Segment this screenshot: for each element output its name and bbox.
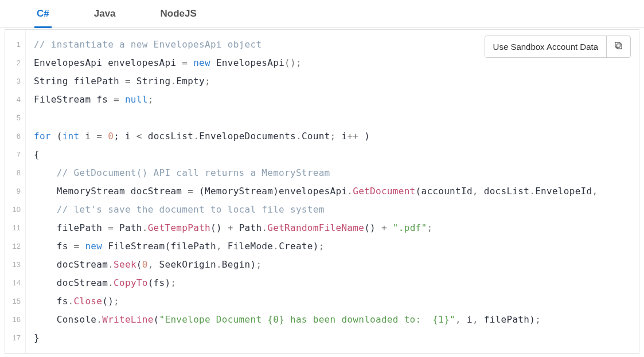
line-number: 7: [5, 146, 21, 164]
use-sandbox-button[interactable]: Use Sandbox Account Data: [485, 36, 606, 57]
code-line: // GetDocument() API call returns a Memo…: [34, 164, 639, 182]
line-number: 5: [5, 109, 21, 127]
code-line: fs = new FileStream(filePath, FileMode.C…: [34, 237, 639, 256]
svg-rect-0: [617, 44, 622, 49]
line-number: 6: [5, 127, 21, 146]
language-tabs: C# Java NodeJS: [0, 0, 644, 28]
code-toolbar: Use Sandbox Account Data: [485, 36, 631, 58]
code-line: FileStream fs = null;: [34, 91, 639, 109]
code-line: String filePath = String.Empty;: [34, 72, 639, 91]
line-number: 12: [5, 237, 21, 256]
line-number: 13: [5, 256, 21, 274]
copy-code-button[interactable]: [606, 36, 630, 57]
line-number: 10: [5, 201, 21, 219]
code-line: }: [34, 329, 639, 347]
code-line: Console.WriteLine("Envelope Document {0}…: [34, 311, 639, 329]
code-line: {: [34, 146, 639, 164]
line-number: 11: [5, 219, 21, 237]
code-line: [34, 109, 639, 127]
line-number: 2: [5, 54, 21, 72]
line-number-gutter: 1234567891011121314151617: [5, 30, 26, 353]
code-panel: Use Sandbox Account Data 123456789101112…: [5, 29, 639, 354]
line-number: 3: [5, 72, 21, 91]
code-line: // let's save the document to local file…: [34, 201, 639, 219]
tab-java[interactable]: Java: [92, 0, 118, 28]
line-number: 4: [5, 91, 21, 109]
line-number: 16: [5, 311, 21, 329]
code-line: for (int i = 0; i < docsList.EnvelopeDoc…: [34, 127, 639, 146]
code-line: fs.Close();: [34, 292, 639, 311]
code-line: MemoryStream docStream = (MemoryStream)e…: [34, 182, 639, 201]
svg-rect-1: [615, 42, 620, 48]
code-area: 1234567891011121314151617 // instantiate…: [5, 30, 639, 353]
line-number: 17: [5, 329, 21, 347]
line-number: 8: [5, 164, 21, 182]
code-content[interactable]: // instantiate a new EnvelopesApi object…: [26, 30, 639, 353]
code-line: docStream.Seek(0, SeekOrigin.Begin);: [34, 256, 639, 274]
code-line: docStream.CopyTo(fs);: [34, 274, 639, 292]
line-number: 1: [5, 36, 21, 54]
line-number: 15: [5, 292, 21, 311]
code-line: filePath = Path.GetTempPath() + Path.Get…: [34, 219, 639, 237]
tab-csharp[interactable]: C#: [34, 0, 52, 28]
line-number: 9: [5, 182, 21, 201]
tab-nodejs[interactable]: NodeJS: [158, 0, 199, 28]
copy-icon: [614, 41, 623, 53]
line-number: 14: [5, 274, 21, 292]
